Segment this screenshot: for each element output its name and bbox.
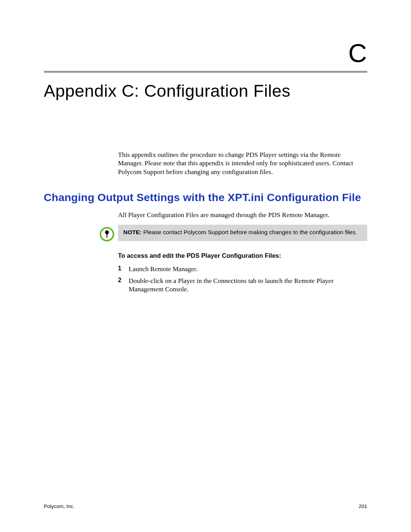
note-pin-icon bbox=[100, 227, 114, 241]
note-label: NOTE: bbox=[123, 229, 142, 235]
procedure-title: To access and edit the PDS Player Config… bbox=[118, 252, 367, 259]
note-callout: NOTE: Please contact Polycom Support bef… bbox=[118, 225, 367, 241]
note-text: Please contact Polycom Support before ma… bbox=[142, 229, 357, 235]
appendix-letter: C bbox=[44, 38, 367, 68]
appendix-title: Appendix C: Configuration Files bbox=[44, 81, 367, 101]
step-item: Double-click on a Player in the Connecti… bbox=[118, 276, 367, 294]
title-rule bbox=[44, 71, 367, 73]
intro-paragraph: This appendix outlines the procedure to … bbox=[118, 150, 367, 176]
footer-page-number: 201 bbox=[358, 503, 367, 509]
page-footer: Polycom, Inc. 201 bbox=[44, 503, 367, 509]
section-heading: Changing Output Settings with the XPT.in… bbox=[44, 191, 367, 204]
section-paragraph: All Player Configuration Files are manag… bbox=[118, 211, 367, 219]
step-item: Launch Remote Manager. bbox=[118, 265, 367, 273]
footer-company: Polycom, Inc. bbox=[44, 503, 75, 509]
pin-icon bbox=[104, 230, 110, 238]
step-list: Launch Remote Manager. Double-click on a… bbox=[118, 265, 367, 294]
